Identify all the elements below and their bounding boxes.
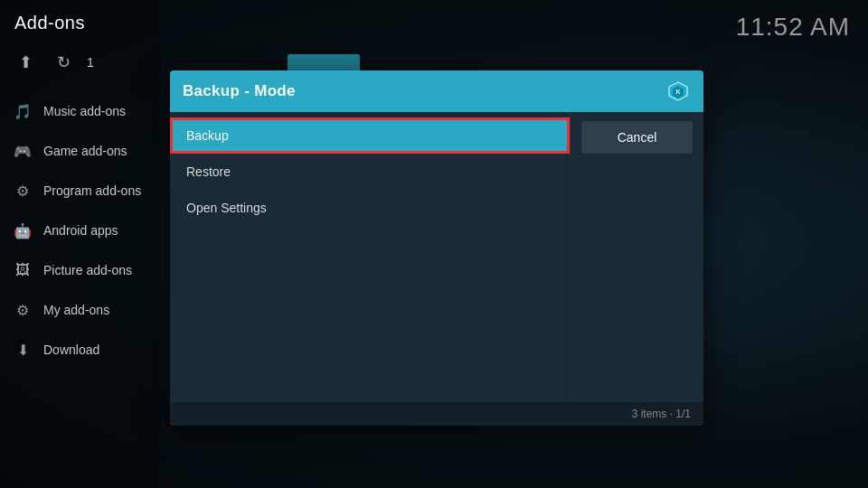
program-addons-label: Program add-ons (43, 183, 141, 198)
android-apps-icon: 🤖 (13, 221, 33, 240)
cancel-button[interactable]: Cancel (581, 121, 693, 154)
sidebar: Add-ons ⬆ ↻ 1 🎵 Music add-ons 🎮 Game add… (0, 0, 161, 488)
dialog-item-backup[interactable]: Backup (170, 117, 570, 154)
download-label: Download (43, 343, 99, 357)
sidebar-item-picture-addons[interactable]: 🖼 Picture add-ons (0, 250, 161, 290)
picture-addons-label: Picture add-ons (43, 263, 132, 277)
svg-text:K: K (675, 89, 680, 95)
android-apps-label: Android apps (43, 223, 118, 238)
dialog-footer: 3 items · 1/1 (170, 401, 703, 426)
notification-badge: 1 (87, 55, 94, 70)
music-addons-icon: 🎵 (13, 101, 33, 121)
sidebar-item-music-addons[interactable]: 🎵 Music add-ons (0, 91, 161, 131)
upload-icon[interactable]: ⬆ (11, 48, 40, 77)
sidebar-nav: 🎵 Music add-ons 🎮 Game add-ons ⚙ Program… (0, 88, 161, 488)
sidebar-title: Add-ons (0, 0, 161, 42)
game-addons-icon: 🎮 (13, 141, 33, 161)
sidebar-item-program-addons[interactable]: ⚙ Program add-ons (0, 171, 161, 211)
dialog-title: Backup - Mode (183, 82, 296, 100)
sidebar-item-game-addons[interactable]: 🎮 Game add-ons (0, 131, 161, 171)
program-addons-icon: ⚙ (13, 181, 33, 201)
sidebar-item-android-apps[interactable]: 🤖 Android apps (0, 211, 161, 250)
download-icon: ⬇ (13, 340, 33, 360)
dialog-actions: Cancel (570, 112, 703, 401)
dialog-header: Backup - Mode K (170, 70, 703, 112)
dialog-item-restore[interactable]: Restore (170, 154, 570, 190)
dialog-list: BackupRestoreOpen Settings (170, 112, 570, 401)
kodi-logo-icon: K (665, 79, 691, 104)
picture-addons-icon: 🖼 (13, 260, 33, 280)
sidebar-item-download[interactable]: ⬇ Download (0, 330, 161, 370)
my-addons-icon: ⚙ (13, 300, 33, 320)
sidebar-toolbar: ⬆ ↻ 1 (0, 42, 161, 88)
dialog-item-open-settings[interactable]: Open Settings (170, 190, 570, 226)
game-addons-label: Game add-ons (43, 144, 127, 158)
scroll-tab[interactable] (288, 54, 360, 70)
music-addons-label: Music add-ons (43, 104, 126, 118)
my-addons-label: My add-ons (43, 303, 109, 317)
refresh-icon[interactable]: ↻ (49, 48, 78, 77)
dialog-body: BackupRestoreOpen Settings Cancel (170, 112, 703, 401)
main-area: 11:52 AM Backup - Mode K BackupRestoreOp… (161, 0, 868, 488)
sidebar-item-my-addons[interactable]: ⚙ My add-ons (0, 290, 161, 330)
backup-mode-dialog: Backup - Mode K BackupRestoreOpen Settin… (170, 70, 703, 426)
